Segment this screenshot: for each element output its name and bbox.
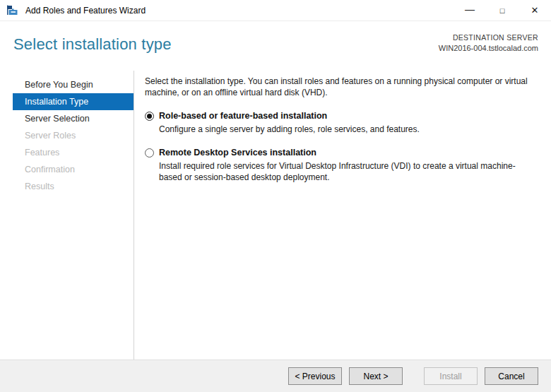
destination-server-block: DESTINATION SERVER WIN2016-004.tstlocala… xyxy=(439,32,538,54)
next-button[interactable]: Next > xyxy=(349,367,403,385)
nav-item-server-roles: Server Roles xyxy=(13,127,134,144)
wizard-step-nav: Before You Begin Installation Type Serve… xyxy=(0,71,134,360)
cancel-button[interactable]: Cancel xyxy=(485,367,538,385)
minimize-button[interactable]: — xyxy=(454,0,486,20)
main-content: Select the installation type. You can in… xyxy=(134,71,551,360)
wizard-footer: < Previous Next > Install Cancel xyxy=(0,360,551,392)
install-button[interactable]: Install xyxy=(424,367,478,385)
page-title: Select installation type xyxy=(13,35,172,54)
option-remote-desktop-installation[interactable]: Remote Desktop Services installation Ins… xyxy=(145,148,538,183)
title-bar[interactable]: Add Roles and Features Wizard — □ ✕ xyxy=(0,0,551,21)
wizard-body: Before You Begin Installation Type Serve… xyxy=(0,71,551,360)
nav-item-confirmation: Confirmation xyxy=(13,161,134,178)
close-icon: ✕ xyxy=(531,5,539,16)
option-role-based-label: Role-based or feature-based installation xyxy=(159,111,420,121)
nav-item-before-you-begin[interactable]: Before You Begin xyxy=(13,76,134,93)
nav-item-installation-type[interactable]: Installation Type xyxy=(13,93,134,110)
installation-type-description: Select the installation type. You can in… xyxy=(145,76,538,98)
radio-remote-desktop-installation[interactable] xyxy=(145,148,154,158)
nav-item-features: Features xyxy=(13,144,134,161)
destination-server-name: WIN2016-004.tstlocalad.com xyxy=(439,43,538,54)
window-controls: — □ ✕ xyxy=(454,0,551,20)
maximize-button[interactable]: □ xyxy=(486,0,519,20)
radio-role-based-installation[interactable] xyxy=(145,112,154,121)
minimize-icon: — xyxy=(465,4,475,15)
add-roles-features-wizard-window: Add Roles and Features Wizard — □ ✕ Sele… xyxy=(0,0,551,392)
maximize-icon: □ xyxy=(500,6,505,15)
window-title: Add Roles and Features Wizard xyxy=(25,6,454,16)
destination-server-label: DESTINATION SERVER xyxy=(439,32,538,43)
server-manager-icon xyxy=(7,5,18,16)
option-role-based-installation[interactable]: Role-based or feature-based installation… xyxy=(145,111,538,135)
option-role-based-description: Configure a single server by adding role… xyxy=(159,124,420,135)
option-remote-desktop-label: Remote Desktop Services installation xyxy=(159,148,538,158)
wizard-header: Select installation type DESTINATION SER… xyxy=(0,21,551,71)
nav-item-server-selection[interactable]: Server Selection xyxy=(13,110,134,127)
nav-item-results: Results xyxy=(13,178,134,195)
option-remote-desktop-description: Install required role services for Virtu… xyxy=(159,160,538,183)
close-button[interactable]: ✕ xyxy=(519,0,551,20)
previous-button[interactable]: < Previous xyxy=(288,367,342,385)
